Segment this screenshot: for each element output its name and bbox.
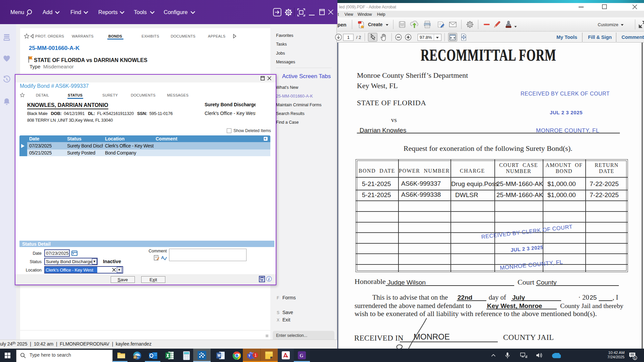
svg-text:1: 1 (255, 353, 257, 358)
svg-text:5: 5 (634, 356, 636, 360)
svg-text:G: G (300, 353, 304, 358)
svg-text:A: A (161, 255, 164, 260)
svg-text:W: W (260, 278, 264, 282)
